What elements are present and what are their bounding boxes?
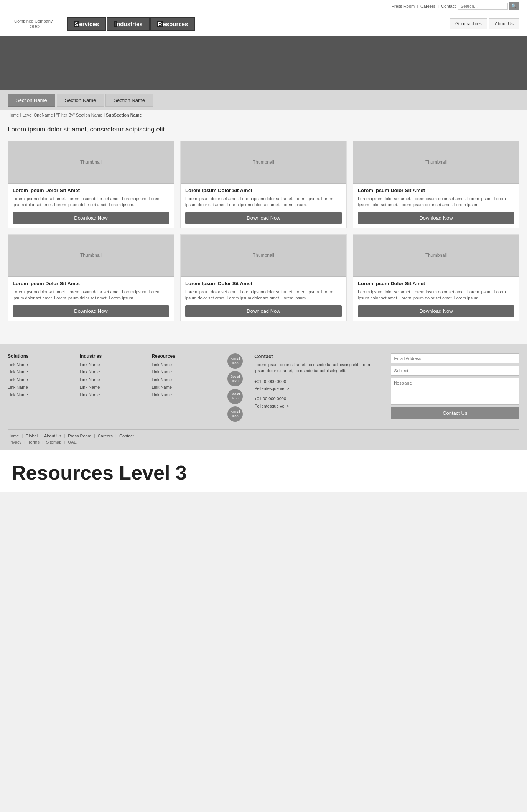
card-thumb-1: Thumbnail — [181, 141, 346, 184]
card-text-5: Lorem ipsum dolor set amet. Lorem ipsum … — [358, 289, 514, 301]
contact-phone-0: +01 00 000 0000 Pellentesque vel > — [254, 378, 383, 392]
about-us-button[interactable]: About Us — [489, 18, 519, 29]
footer-col-solutions: SolutionsLink NameLink NameLink NameLink… — [8, 353, 72, 422]
card-title-2: Lorem Ipsum Dolor Sit Amet — [358, 187, 514, 193]
bottom-sep-4: | — [93, 434, 96, 438]
nav-item-industries[interactable]: Industries — [107, 17, 150, 31]
card-body-3: Lorem Ipsum Dolor Sit Amet Lorem ipsum d… — [8, 277, 174, 321]
breadcrumb-home[interactable]: Home — [8, 113, 19, 117]
careers-link[interactable]: Careers — [420, 4, 435, 8]
card-text-3: Lorem ipsum dolor set amet. Lorem ipsum … — [13, 289, 169, 301]
bottom-sep-5: | — [114, 434, 118, 438]
footer-link-1-4[interactable]: Link Name — [80, 391, 144, 399]
pressroom-link[interactable]: Press Room — [392, 4, 415, 8]
footer-link-2-0[interactable]: Link Name — [152, 361, 216, 369]
breadcrumb-level1[interactable]: Level OneName — [22, 113, 53, 117]
download-btn-1[interactable]: Download Now — [185, 212, 342, 224]
footer-link-2-2[interactable]: Link Name — [152, 376, 216, 384]
footer-contact-info: Contact Lorem ipsum dolor sit amet, co n… — [254, 353, 383, 422]
breadcrumb: Home | Level OneName | "Filter By" Secti… — [0, 110, 527, 120]
footer-link-1-3[interactable]: Link Name — [80, 384, 144, 391]
main-nav: Services Industries Resources — [67, 17, 450, 31]
footer-legal-link-3[interactable]: UAE — [68, 440, 77, 444]
subject-field[interactable] — [391, 366, 519, 376]
section-tab-1[interactable]: Section Name — [57, 94, 104, 107]
bottom-sep-3: | — [63, 434, 66, 438]
footer-top: SolutionsLink NameLink NameLink NameLink… — [8, 353, 519, 422]
breadcrumb-filterby[interactable]: "Filter By" Section Name — [56, 113, 102, 117]
section-tab-2[interactable]: Section Name — [105, 94, 153, 107]
download-btn-5[interactable]: Download Now — [358, 305, 514, 317]
search-button[interactable]: 🔍 — [509, 2, 519, 10]
contact-phone-1: +01 00 000 0000 Pellentesque vel > — [254, 395, 383, 409]
nav-item-services[interactable]: Services — [67, 17, 106, 31]
footer-link-2-3[interactable]: Link Name — [152, 384, 216, 391]
footer-col-industries: IndustriesLink NameLink NameLink NameLin… — [80, 353, 144, 422]
download-btn-4[interactable]: Download Now — [185, 305, 342, 317]
footer-legal-link-2[interactable]: Sitemap — [46, 440, 61, 444]
footer-link-0-1[interactable]: Link Name — [8, 368, 72, 376]
footer-link-2-1[interactable]: Link Name — [152, 368, 216, 376]
contact-text: Lorem ipsum dolor sit amet, co nsecte tu… — [254, 362, 383, 374]
footer-link-0-4[interactable]: Link Name — [8, 391, 72, 399]
main-content: Lorem ipsum dolor sit amet, consectetur … — [0, 120, 527, 344]
card-text-0: Lorem ipsum dolor set amet. Lorem ipsum … — [13, 196, 169, 208]
nav-item-resources[interactable]: Resources — [150, 17, 195, 31]
card-title-5: Lorem Ipsum Dolor Sit Amet — [358, 281, 514, 286]
footer-legal-link-0[interactable]: Privacy — [8, 440, 21, 444]
social-icon-1[interactable]: Social Icon — [227, 371, 243, 386]
footer-bottom-link-0[interactable]: Home — [8, 434, 19, 438]
card-body-4: Lorem Ipsum Dolor Sit Amet Lorem ipsum d… — [181, 277, 346, 321]
contact-link[interactable]: Contact — [441, 4, 456, 8]
contact-us-button[interactable]: Contact Us — [391, 407, 519, 419]
logo: Combined Company LOGO — [8, 15, 59, 33]
footer-bottom-link-5[interactable]: Contact — [119, 434, 134, 438]
footer-link-1-1[interactable]: Link Name — [80, 368, 144, 376]
nav-services-icon: S — [74, 21, 79, 27]
footer-bottom-link-3[interactable]: Press Room — [68, 434, 91, 438]
utility-bar: Press Room | Careers | Contact 🔍 — [0, 0, 527, 12]
card-body-5: Lorem Ipsum Dolor Sit Amet Lorem ipsum d… — [353, 277, 519, 321]
nav-industries-icon: I — [114, 21, 117, 27]
sep1: | — [417, 4, 418, 8]
card-thumb-4: Thumbnail — [181, 235, 346, 277]
social-icon-0[interactable]: Social Icon — [227, 353, 243, 369]
search-input[interactable] — [458, 3, 508, 10]
section-tab-0[interactable]: Section Name — [8, 94, 55, 107]
footer-legal-links: Privacy | Terms | Sitemap | UAE — [8, 440, 519, 444]
sep2: | — [438, 4, 439, 8]
email-field[interactable] — [391, 353, 519, 363]
footer-link-0-0[interactable]: Link Name — [8, 361, 72, 369]
download-btn-3[interactable]: Download Now — [13, 305, 169, 317]
social-icon-3[interactable]: Social Icon — [227, 406, 243, 422]
nav-right: Geographies About Us — [450, 18, 519, 29]
download-btn-0[interactable]: Download Now — [13, 212, 169, 224]
card-title-3: Lorem Ipsum Dolor Sit Amet — [13, 281, 169, 286]
footer-bottom-links: Home | Global | About Us | Press Room | … — [8, 434, 519, 438]
download-btn-2[interactable]: Download Now — [358, 212, 514, 224]
footer-link-0-2[interactable]: Link Name — [8, 376, 72, 384]
card-0: Thumbnail Lorem Ipsum Dolor Sit Amet Lor… — [8, 141, 174, 228]
footer-link-1-0[interactable]: Link Name — [80, 361, 144, 369]
legal-sep-3: | — [63, 440, 66, 444]
footer-legal-link-1[interactable]: Terms — [28, 440, 40, 444]
card-5: Thumbnail Lorem Ipsum Dolor Sit Amet Lor… — [353, 234, 519, 321]
footer-link-1-2[interactable]: Link Name — [80, 376, 144, 384]
footer-link-2-4[interactable]: Link Name — [152, 391, 216, 399]
card-thumb-2: Thumbnail — [353, 141, 519, 184]
header: Combined Company LOGO Services Industrie… — [0, 12, 527, 36]
footer-link-0-3[interactable]: Link Name — [8, 384, 72, 391]
section-tabs: Section Name Section Name Section Name — [0, 90, 527, 110]
footer: SolutionsLink NameLink NameLink NameLink… — [0, 344, 527, 450]
footer-bottom-link-2[interactable]: About Us — [44, 434, 61, 438]
nav-resources-icon: R — [157, 21, 163, 27]
message-field[interactable] — [391, 378, 519, 405]
hero-banner — [0, 36, 527, 90]
card-body-1: Lorem Ipsum Dolor Sit Amet Lorem ipsum d… — [181, 184, 346, 228]
footer-bottom-link-4[interactable]: Careers — [98, 434, 113, 438]
geographies-button[interactable]: Geographies — [450, 18, 487, 29]
bottom-sep-1: | — [20, 434, 24, 438]
social-icon-2[interactable]: Social Icon — [227, 389, 243, 404]
footer-bottom-link-1[interactable]: Global — [25, 434, 38, 438]
page-label-section: Resources Level 3 — [0, 450, 527, 492]
